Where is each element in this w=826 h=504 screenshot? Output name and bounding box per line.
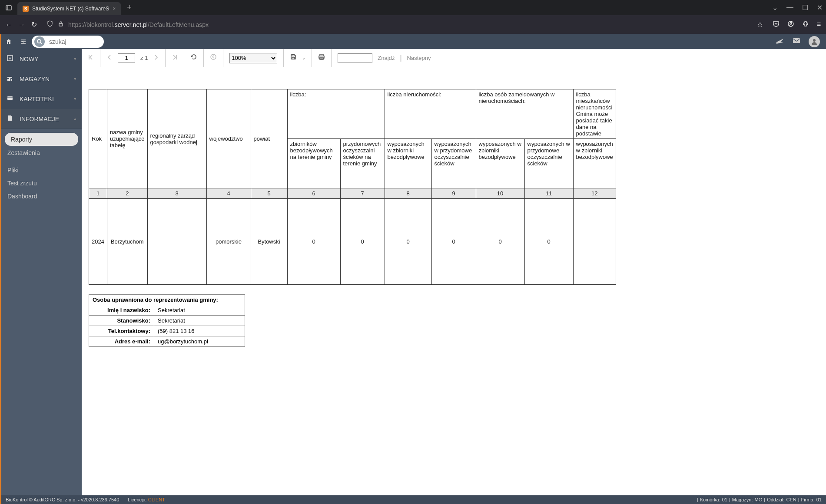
close-icon[interactable]: × <box>113 6 116 12</box>
sidebar-item-label: NOWY <box>20 56 39 63</box>
document-icon <box>7 115 16 123</box>
find-next-button[interactable]: Następny <box>407 55 431 61</box>
contact-table: Osoba uprawniona do reprezentowania gmin… <box>89 294 245 347</box>
collapse-icon[interactable] <box>16 34 31 49</box>
submenu-raporty[interactable]: Raporty <box>5 133 78 146</box>
submenu-dashboard[interactable]: Dashboard <box>1 190 82 203</box>
url-text: https://biokontrol.server.net.pl/Default… <box>68 21 209 28</box>
footer-copyright: BioKontrol © AuditGRC Sp. z o.o. - v2020… <box>6 497 119 502</box>
back-arrow-icon <box>210 53 217 63</box>
sidebar-item-nowy[interactable]: NOWY ▾ <box>1 49 82 69</box>
sidebar-item-magazyn[interactable]: MAGAZYN ▾ <box>1 69 82 89</box>
submenu-zestawienia[interactable]: Zestawienia <box>1 146 82 159</box>
plane-icon[interactable] <box>776 36 784 47</box>
footer-oddzial-link[interactable]: CEN <box>786 497 796 502</box>
chevron-down-icon: ▾ <box>74 56 76 62</box>
chevron-up-icon: ▴ <box>74 116 76 122</box>
home-icon[interactable] <box>1 34 16 49</box>
save-icon[interactable] <box>290 53 297 63</box>
new-tab-button[interactable]: + <box>127 3 132 12</box>
prev-page-icon <box>106 53 113 63</box>
svg-rect-24 <box>292 55 294 56</box>
maximize-icon[interactable]: ☐ <box>802 3 808 12</box>
col-header: nazwa gminy uzupełniające tabelę <box>107 89 148 188</box>
window-close-icon[interactable]: ✕ <box>817 3 823 12</box>
account-icon[interactable] <box>787 20 794 29</box>
first-page-icon <box>88 53 94 63</box>
pocket-icon[interactable] <box>773 20 780 29</box>
url-bar[interactable]: https://biokontrol.server.net.pl/Default… <box>43 18 766 32</box>
chevron-down-icon: ▾ <box>74 96 76 102</box>
col-header: zbiorników bezodpływowych na terenie gmi… <box>287 139 340 188</box>
browser-tab[interactable]: S StudioSystem.NET (c) SoftwareS × <box>17 2 121 15</box>
svg-rect-10 <box>793 38 800 43</box>
find-button[interactable]: Znajdź <box>378 55 395 61</box>
minimize-icon[interactable]: ― <box>786 3 793 12</box>
sidebar-item-informacje[interactable]: INFORMACJE ▴ <box>1 109 82 129</box>
col-header: wyposażonych w zbiorniki bezodpływowe <box>385 139 431 188</box>
shield-icon[interactable] <box>46 20 53 29</box>
plus-square-icon <box>7 55 16 63</box>
chevron-down-icon[interactable]: ⌄ <box>772 3 778 12</box>
report-area[interactable]: Rok nazwa gminy uzupełniające tabelę reg… <box>82 67 826 495</box>
svg-rect-2 <box>59 23 63 26</box>
cards-icon <box>7 95 16 103</box>
group-header: liczba osób zameldowanych w nieruchomośc… <box>476 89 573 139</box>
col-header: przydomowych oczyszczalni ścieków na ter… <box>340 139 385 188</box>
submenu-test-zrzutu[interactable]: Test zrzutu <box>1 177 82 190</box>
search-pill[interactable] <box>32 36 104 48</box>
chevron-down-icon: ▾ <box>74 76 76 82</box>
svg-line-9 <box>40 43 42 44</box>
print-icon[interactable] <box>318 53 325 63</box>
svg-point-11 <box>813 39 816 42</box>
page-input[interactable] <box>118 53 135 63</box>
search-input[interactable] <box>45 38 101 45</box>
svg-rect-16 <box>9 78 10 81</box>
find-input[interactable] <box>338 53 372 63</box>
next-page-icon <box>153 53 159 63</box>
col-header: wyposażonych w przydomowe oczyszczalnie … <box>524 139 573 188</box>
col-header: województwo <box>206 89 251 188</box>
table-row: 2024 Borzytuchom pomorskie Bytowski 0 0 … <box>89 199 616 285</box>
col-header: Rok <box>89 89 107 188</box>
back-button[interactable]: ← <box>5 21 12 29</box>
number-row: 123 456 789 101112 <box>89 188 616 199</box>
bookmark-icon[interactable]: ☆ <box>757 20 763 29</box>
search-icon <box>34 36 45 47</box>
svg-rect-19 <box>7 96 13 100</box>
sidebar-item-label: MAGAZYN <box>20 76 50 82</box>
report-table: Rok nazwa gminy uzupełniające tabelę reg… <box>89 89 616 285</box>
panel-icon[interactable] <box>3 3 14 13</box>
sidebar: NOWY ▾ MAGAZYN ▾ KARTOTEKI ▾ <box>0 49 82 495</box>
mail-icon[interactable] <box>792 36 801 47</box>
tab-favicon: S <box>23 6 29 12</box>
col-header: powiat <box>251 89 287 188</box>
browser-toolbar: ← → ↻ https://biokontrol.server.net.pl/D… <box>0 15 826 34</box>
lock-icon[interactable] <box>58 21 64 28</box>
svg-point-8 <box>37 40 41 43</box>
menu-icon[interactable]: ≡ <box>817 20 821 29</box>
svg-point-4 <box>790 22 792 24</box>
zoom-select[interactable]: 100% <box>229 53 277 63</box>
reload-button[interactable]: ↻ <box>31 20 37 29</box>
forward-button: → <box>18 21 25 29</box>
extensions-icon[interactable] <box>802 20 809 29</box>
contact-header: Osoba uprawniona do reprezentowania gmin… <box>89 295 245 305</box>
svg-point-23 <box>211 54 216 59</box>
report-toolbar: z 1 <box>82 49 826 67</box>
user-avatar-icon[interactable] <box>809 36 820 47</box>
page-of-label: z 1 <box>140 55 148 61</box>
svg-rect-17 <box>11 79 12 81</box>
col-header: regionalny zarząd gospodarki wodnej <box>147 89 206 188</box>
sidebar-item-kartoteki[interactable]: KARTOTEKI ▾ <box>1 89 82 109</box>
chevron-down-icon[interactable]: ⌄ <box>302 56 305 60</box>
col-header: wyposażonych w zbiorniki bezodpływowe <box>573 139 616 188</box>
submenu-pliki[interactable]: Pliki <box>1 164 82 177</box>
browser-titlebar: S StudioSystem.NET (c) SoftwareS × + ⌄ ―… <box>0 0 826 15</box>
svg-rect-25 <box>292 57 295 59</box>
footer-magazyn-link[interactable]: MG <box>755 497 763 502</box>
last-page-icon <box>172 53 178 63</box>
warehouse-icon <box>7 75 16 83</box>
refresh-icon[interactable] <box>190 53 197 63</box>
window-controls: ⌄ ― ☐ ✕ <box>772 3 823 12</box>
